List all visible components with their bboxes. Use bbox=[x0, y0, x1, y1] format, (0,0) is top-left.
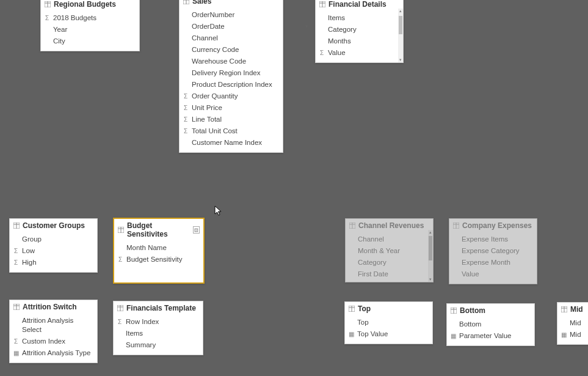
table-header[interactable]: Regional Budgets bbox=[41, 0, 139, 11]
calculated-column-icon: ▦ bbox=[12, 350, 20, 356]
table-icon bbox=[117, 305, 123, 311]
field-row[interactable]: OrderNumber bbox=[180, 9, 283, 21]
table-customer-groups[interactable]: Customer Groups GroupΣLowΣHigh bbox=[9, 218, 98, 273]
table-mid[interactable]: Mid Mid▦Mid bbox=[557, 302, 588, 345]
field-row[interactable]: City bbox=[41, 35, 139, 47]
field-label: Group bbox=[22, 235, 42, 244]
table-financials-template[interactable]: Financials Template ΣRow IndexItemsSumma… bbox=[113, 301, 203, 355]
table-company-expenses[interactable]: Company Expenses Expense ItemsExpense Ca… bbox=[449, 218, 537, 284]
field-label: City bbox=[53, 37, 65, 46]
field-row[interactable]: Σ2018 Budgets bbox=[41, 12, 139, 24]
table-header[interactable]: Top bbox=[345, 302, 432, 315]
field-label: Items bbox=[328, 13, 345, 23]
field-row[interactable]: Mid bbox=[557, 317, 588, 329]
table-channel-revenues[interactable]: Channel Revenues ChannelMonth & YearCate… bbox=[345, 218, 434, 282]
field-row[interactable]: Customer Name Index bbox=[180, 137, 283, 149]
table-header[interactable]: Attrition Switch bbox=[10, 300, 97, 314]
table-budget-sensitivities[interactable]: Budget Sensitivites ⊡ Month NameΣBudget … bbox=[113, 218, 205, 284]
field-label: High bbox=[22, 258, 37, 267]
table-header[interactable]: Financials Template bbox=[114, 301, 203, 315]
collapse-icon[interactable]: ⊡ bbox=[193, 226, 200, 234]
field-row[interactable]: ΣOrder Quantity bbox=[180, 90, 283, 102]
field-label: 2018 Budgets bbox=[53, 13, 96, 23]
field-row[interactable]: Attrition Analysis Select bbox=[10, 315, 97, 336]
field-row[interactable]: Month & Year bbox=[346, 245, 428, 257]
field-row[interactable]: Category bbox=[346, 257, 428, 268]
table-header[interactable]: Company Expenses bbox=[449, 219, 537, 232]
field-row[interactable]: Expense Month bbox=[449, 257, 537, 268]
field-row[interactable]: First Date bbox=[346, 268, 428, 280]
table-icon bbox=[183, 0, 189, 4]
field-row[interactable]: Expense Items bbox=[449, 234, 537, 245]
field-row[interactable]: Delivery Region Index bbox=[180, 67, 283, 79]
field-row[interactable]: Currency Code bbox=[180, 44, 283, 56]
field-row[interactable]: ▦Mid bbox=[557, 329, 588, 341]
field-row[interactable]: Category bbox=[316, 24, 398, 35]
field-label: Expense Category bbox=[462, 246, 520, 256]
field-row[interactable]: ▦Attrition Analysis Type bbox=[10, 347, 97, 359]
field-row[interactable]: ΣTotal Unit Cost bbox=[180, 125, 283, 137]
field-row[interactable]: Value bbox=[449, 268, 537, 280]
table-title: Financial Details bbox=[328, 0, 387, 9]
calculated-column-icon: ▦ bbox=[347, 331, 355, 337]
table-financial-details[interactable]: Financial Details ItemsCategoryMonthsΣVa… bbox=[315, 0, 404, 63]
field-label: Warehouse Code bbox=[192, 57, 246, 66]
field-row[interactable]: Summary bbox=[114, 339, 203, 351]
sigma-icon: Σ bbox=[116, 319, 123, 325]
table-icon bbox=[561, 306, 567, 312]
table-header[interactable]: Budget Sensitivites ⊡ bbox=[114, 219, 203, 241]
table-title: Company Expenses bbox=[462, 221, 532, 230]
field-row[interactable]: Channel bbox=[180, 32, 283, 44]
field-row[interactable]: Items bbox=[316, 12, 398, 24]
field-label: Value bbox=[462, 270, 479, 279]
field-row[interactable]: Warehouse Code bbox=[180, 56, 283, 67]
field-row[interactable]: ▦Parameter Value bbox=[447, 330, 534, 342]
scrollbar[interactable]: ▴ ▾ bbox=[428, 230, 433, 282]
scroll-thumb[interactable] bbox=[399, 16, 402, 34]
table-top[interactable]: Top Top▦Top Value bbox=[344, 301, 433, 344]
field-row[interactable]: Items bbox=[114, 328, 203, 339]
field-row[interactable]: Top bbox=[345, 317, 432, 328]
scrollbar[interactable]: ▴ ▾ bbox=[398, 9, 403, 62]
table-icon bbox=[349, 306, 355, 312]
field-label: Line Total bbox=[192, 115, 222, 124]
table-attrition-switch[interactable]: Attrition Switch Attrition Analysis Sele… bbox=[9, 300, 98, 363]
field-label: Parameter Value bbox=[459, 331, 511, 341]
field-row[interactable]: ΣValue bbox=[316, 47, 398, 59]
field-row[interactable]: ΣRow Index bbox=[114, 316, 203, 328]
field-row[interactable]: Product Description Index bbox=[180, 79, 283, 90]
field-row[interactable]: ΣHigh bbox=[10, 257, 97, 268]
field-label: Top bbox=[357, 318, 369, 327]
field-row[interactable]: ΣCustom Index bbox=[10, 336, 97, 347]
table-header[interactable]: Bottom bbox=[447, 304, 534, 317]
field-row[interactable]: Year bbox=[41, 24, 139, 35]
field-row[interactable]: ΣUnit Price bbox=[180, 102, 283, 114]
table-header[interactable]: Customer Groups bbox=[10, 219, 97, 232]
table-header[interactable]: Sales bbox=[180, 0, 283, 8]
field-row[interactable]: Group bbox=[10, 234, 97, 245]
table-sales[interactable]: Sales OrderNumberOrderDateChannelCurrenc… bbox=[179, 0, 283, 153]
table-regional-budgets[interactable]: Regional Budgets Σ2018 BudgetsYearCity bbox=[40, 0, 140, 51]
table-icon bbox=[45, 1, 51, 7]
table-header[interactable]: Financial Details bbox=[316, 0, 403, 11]
field-row[interactable]: OrderDate bbox=[180, 21, 283, 32]
table-header[interactable]: Mid bbox=[557, 303, 588, 316]
field-label: Custom Index bbox=[22, 337, 65, 346]
scroll-thumb[interactable] bbox=[429, 236, 432, 260]
field-row[interactable]: ▦Top Value bbox=[345, 328, 432, 340]
table-icon bbox=[349, 223, 355, 229]
field-row[interactable]: Expense Category bbox=[449, 245, 537, 257]
field-row[interactable]: ΣLow bbox=[10, 245, 97, 257]
table-header[interactable]: Channel Revenues bbox=[346, 219, 433, 232]
field-row[interactable]: Months bbox=[316, 35, 398, 47]
cursor-icon bbox=[214, 205, 223, 216]
field-row[interactable]: ΣLine Total bbox=[180, 114, 283, 125]
field-label: Row Index bbox=[126, 317, 159, 326]
field-row[interactable]: Bottom bbox=[447, 319, 534, 330]
field-row[interactable]: Channel bbox=[346, 234, 428, 245]
table-bottom[interactable]: Bottom Bottom▦Parameter Value bbox=[446, 303, 535, 346]
field-label: OrderDate bbox=[192, 22, 225, 31]
field-row[interactable]: ΣBudget Sensitivity bbox=[114, 254, 203, 265]
relation-marker: * bbox=[305, 24, 308, 31]
field-row[interactable]: Month Name bbox=[114, 242, 203, 254]
